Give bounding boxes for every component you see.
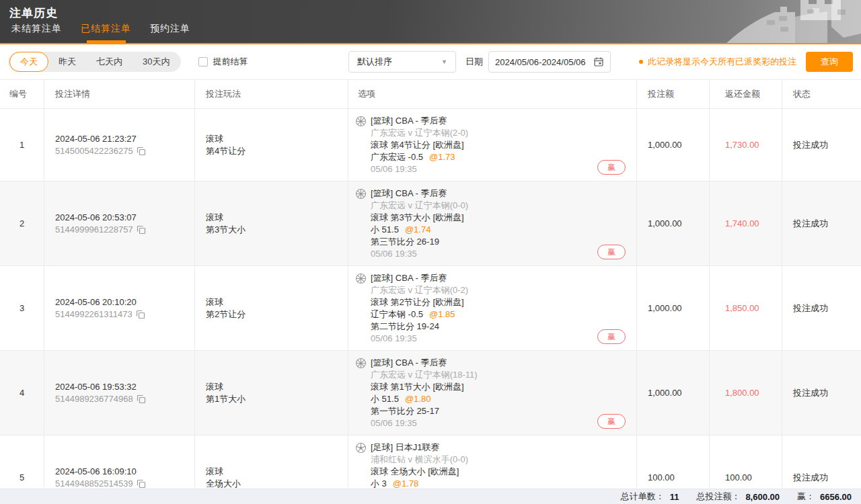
odds-value: @1.73 (429, 152, 455, 162)
match-time: 05/06 19:35 (371, 163, 626, 175)
sort-selected-value: 默认排序 (357, 56, 392, 68)
score-line: 第一节比分 25-17 (371, 405, 626, 417)
early-settle-label: 提前结算 (213, 56, 248, 68)
table-row: 3 2024-05-06 20:10:20 5144992261311473 滚… (0, 266, 861, 351)
bet-time: 2024-05-06 20:53:07 (55, 212, 194, 224)
play-type: 滚球 (206, 296, 348, 308)
return-amount: 1,730.00 (725, 140, 759, 150)
range-yesterday[interactable]: 昨天 (48, 52, 86, 72)
play-market: 第2节让分 (206, 308, 348, 321)
tab-bar: 未结算注单 已结算注单 预约注单 (9, 23, 207, 43)
match-time: 05/06 19:35 (371, 333, 626, 345)
range-7days[interactable]: 七天内 (86, 52, 133, 72)
play-type: 滚球 (206, 133, 348, 145)
basketball-icon (355, 358, 367, 369)
play-type: 滚球 (206, 466, 348, 478)
table-row: 4 2024-05-06 19:53:32 5144989236774968 滚… (0, 351, 861, 435)
return-amount: 100.00 (725, 472, 752, 482)
play-market: 第1节大小 (206, 393, 348, 405)
bet-status: 投注成功 (782, 266, 861, 350)
match-time: 05/06 19:35 (371, 248, 626, 260)
bet-option-cell: [篮球] CBA - 季后赛 广东宏远 v 辽宁本钢(0-2) 滚球 第2节让分… (348, 266, 637, 350)
bet-play-cell: 滚球 第2节让分 (195, 266, 348, 350)
page-header: 注单历史 未结算注单 已结算注单 预约注单 (0, 0, 861, 44)
market-line: 滚球 第3节大小 [欧洲盘] (371, 212, 626, 224)
basketball-icon (355, 188, 367, 200)
table-row: 5 2024-05-06 16:09:10 5144948852514539 滚… (0, 435, 861, 488)
early-settle-checkbox[interactable]: 提前结算 (198, 56, 248, 68)
bet-option-cell: [足球] 日本J1联赛 浦和红钻 v 横滨水手(0-0) 滚球 全场大小 [欧洲… (348, 435, 637, 488)
win-label: 赢： (797, 491, 815, 503)
chevron-down-icon: ▼ (441, 58, 447, 65)
return-amount: 1,800.00 (725, 388, 759, 398)
bet-time: 2024-05-06 20:10:20 (55, 296, 194, 308)
market-line: 滚球 第2节让分 [欧洲盘] (371, 296, 626, 308)
copy-icon[interactable] (137, 225, 146, 235)
sort-select[interactable]: 默认排序 ▼ (348, 51, 456, 73)
table-body: 1 2024-05-06 21:23:27 5145005422236275 滚… (0, 109, 861, 488)
bet-status: 投注成功 (782, 351, 861, 435)
odds-value: @1.85 (429, 309, 455, 319)
score-line: 第二节比分 19-24 (371, 321, 626, 333)
odds-value: @1.80 (405, 394, 431, 404)
date-field-label: 日期 (465, 56, 483, 68)
result-badge: 赢 (597, 160, 626, 175)
total-stake-value: 8,600.00 (745, 492, 780, 502)
filter-bar: 今天 昨天 七天内 30天内 提前结算 默认排序 ▼ 日期 2024/05/06… (0, 44, 861, 79)
play-market: 第4节让分 (206, 145, 348, 157)
bet-id: 5144992261311473 (55, 308, 133, 321)
teams-line: 广东宏远 v 辽宁本钢(18-11) (371, 369, 626, 381)
play-market: 全场大小 (206, 478, 348, 489)
league-line: [篮球] CBA - 季后赛 (371, 115, 626, 127)
selection-text: 辽宁本钢 -0.5 (371, 309, 423, 319)
copy-icon[interactable] (137, 479, 146, 489)
tab-unsettled[interactable]: 未结算注单 (9, 23, 64, 43)
search-button[interactable]: 查询 (806, 52, 853, 72)
total-stake-label: 总投注额： (696, 491, 740, 503)
bet-play-cell: 滚球 全场大小 (195, 435, 348, 488)
total-count-label: 总计单数： (621, 491, 665, 503)
league-line: [篮球] CBA - 季后赛 (371, 187, 626, 200)
copy-icon[interactable] (137, 394, 146, 404)
bet-option-cell: [篮球] CBA - 季后赛 广东宏远 v 辽宁本钢(2-0) 滚球 第4节让分… (348, 109, 637, 181)
bet-number: 5 (0, 435, 44, 488)
bet-detail-cell: 2024-05-06 16:09:10 5144948852514539 (44, 435, 195, 488)
copy-icon[interactable] (137, 146, 146, 156)
checkbox-icon[interactable] (198, 57, 208, 67)
col-number: 编号 (0, 80, 44, 109)
copy-icon[interactable] (136, 310, 145, 319)
bet-id: 5144999961228757 (55, 224, 133, 236)
tab-settled[interactable]: 已结算注单 (79, 23, 133, 43)
bet-status: 投注成功 (782, 181, 861, 265)
greatwall-decoration-image (700, 0, 861, 44)
market-line: 滚球 第1节大小 [欧洲盘] (371, 381, 626, 393)
table-header-row: 编号 投注详情 投注玩法 选项 投注额 返还金额 状态 (0, 80, 861, 109)
league-line: [足球] 日本J1联赛 (371, 442, 626, 454)
play-type: 滚球 (206, 212, 348, 224)
table-row: 2 2024-05-06 20:53:07 5144999961228757 滚… (0, 181, 861, 266)
range-30days[interactable]: 30天内 (133, 52, 180, 72)
bet-play-cell: 滚球 第3节大小 (195, 181, 348, 265)
bet-option-cell: [篮球] CBA - 季后赛 广东宏远 v 辽宁本钢(0-0) 滚球 第3节大小… (348, 181, 637, 265)
date-range-group: 今天 昨天 七天内 30天内 (8, 52, 181, 72)
tab-reserved[interactable]: 预约注单 (148, 23, 192, 43)
bet-id: 5145005422236275 (55, 145, 133, 157)
bet-status: 投注成功 (782, 435, 861, 488)
bet-detail-cell: 2024-05-06 21:23:27 5145005422236275 (44, 109, 195, 181)
range-today[interactable]: 今天 (9, 52, 48, 72)
selection-text: 小 51.5 (371, 394, 399, 404)
league-line: [篮球] CBA - 季后赛 (371, 357, 626, 369)
teams-line: 浦和红钻 v 横滨水手(0-0) (371, 454, 626, 466)
summary-footer: 总计单数： 11 总投注额： 8,600.00 赢： 6656.00 (0, 489, 861, 504)
table-row: 1 2024-05-06 21:23:27 5145005422236275 滚… (0, 109, 861, 181)
col-detail: 投注详情 (44, 80, 195, 109)
bet-play-cell: 滚球 第1节大小 (195, 351, 348, 435)
score-line: 第三节比分 26-19 (371, 236, 626, 248)
date-range-input[interactable]: 2024/05/06-2024/05/06 (488, 51, 611, 73)
calendar-icon[interactable] (593, 56, 604, 67)
teams-line: 广东宏远 v 辽宁本钢(0-0) (371, 200, 626, 212)
return-amount: 1,740.00 (725, 218, 759, 228)
notice-dot-icon (639, 60, 643, 64)
bet-time: 2024-05-06 19:53:32 (55, 381, 194, 393)
bet-id: 5144948852514539 (55, 478, 133, 489)
